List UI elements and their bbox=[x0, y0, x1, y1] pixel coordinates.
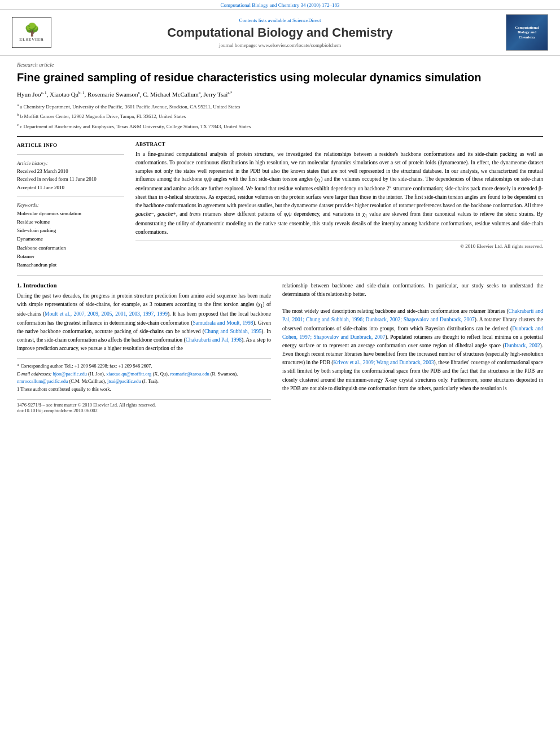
received-date: Received 23 March 2010 bbox=[17, 167, 124, 175]
article-title: Fine grained sampling of residue charact… bbox=[17, 70, 543, 85]
keyword-3: Side-chain packing bbox=[17, 226, 124, 235]
equal-contrib-note: 1 These authors contributed equally to t… bbox=[17, 386, 271, 394]
section1-left-text: During the past two decades, the progres… bbox=[17, 292, 271, 353]
abstract-title: ABSTRACT bbox=[135, 141, 543, 147]
revised-date: Received in revised form 11 June 2010 bbox=[17, 175, 124, 183]
affiliations: a a Chemistry Department, University of … bbox=[17, 102, 543, 131]
journal-homepage: journal homepage: www.elsevier.com/locat… bbox=[65, 42, 495, 48]
keyword-2: Residue volume bbox=[17, 218, 124, 226]
keyword-7: Ramachandran plot bbox=[17, 261, 124, 269]
section1-heading: 1. Introduction bbox=[17, 282, 271, 289]
affil-b: b b Moffitt Cancer Center, 12902 Magnoli… bbox=[17, 112, 543, 121]
body-divider bbox=[17, 276, 543, 276]
info-abstract-columns: ARTICLE INFO Article history: Received 2… bbox=[17, 136, 543, 269]
top-citation-bar: Computational Biology and Chemistry 34 (… bbox=[0, 0, 560, 10]
body-right-column: relationship between backbone and side-c… bbox=[282, 282, 543, 413]
elsevier-tree-icon: 🌳 bbox=[24, 24, 40, 36]
history-label: Article history: bbox=[17, 159, 124, 167]
footnotes: * Corresponding author. Tel.: +1 209 946… bbox=[17, 359, 271, 393]
journal-cover-logo: ComputationalBiology andChemistry bbox=[506, 14, 551, 51]
doi-line: doi:10.1016/j.compbiolchem.2010.06.002 bbox=[17, 408, 271, 413]
keyword-1: Molecular dynamics simulation bbox=[17, 209, 124, 218]
cover-title: ComputationalBiology andChemistry bbox=[515, 25, 539, 40]
keywords-label: Keywords: bbox=[17, 201, 124, 209]
journal-small-cover: ComputationalBiology andChemistry bbox=[506, 14, 548, 51]
section1-right-text: relationship between backbone and side-c… bbox=[282, 282, 543, 393]
keyword-5: Backbone conformation bbox=[17, 244, 124, 252]
corresponding-note: * Corresponding author. Tel.: +1 209 946… bbox=[17, 362, 271, 370]
journal-title: Computational Biology and Chemistry bbox=[65, 25, 495, 40]
keyword-6: Rotamer bbox=[17, 252, 124, 261]
body-left-column: 1. Introduction During the past two deca… bbox=[17, 282, 271, 413]
sciencedirect-label: Contents lists available at ScienceDirec… bbox=[65, 18, 495, 23]
elsevier-brand-text: ELSEVIER bbox=[19, 37, 43, 42]
main-content: Research article Fine grained sampling o… bbox=[0, 56, 560, 419]
article-info-title: ARTICLE INFO bbox=[17, 141, 124, 149]
accepted-date: Accepted 11 June 2010 bbox=[17, 184, 124, 191]
affil-c: c c Department of Biochemistry and Bioph… bbox=[17, 122, 543, 131]
body-columns: 1. Introduction During the past two deca… bbox=[17, 282, 543, 413]
abstract-text: In a fine-grained computational analysis… bbox=[135, 150, 543, 236]
footer-bar: 1476-9271/$ – see front matter © 2010 El… bbox=[17, 399, 271, 413]
keywords-section: Keywords: Molecular dynamics simulation … bbox=[17, 201, 124, 269]
abstract-column: ABSTRACT In a fine-grained computational… bbox=[135, 141, 543, 269]
elsevier-logo: 🌳 ELSEVIER bbox=[9, 17, 54, 48]
journal-header: 🌳 ELSEVIER Contents lists available at S… bbox=[0, 10, 560, 56]
article-info-box: ARTICLE INFO Article history: Received 2… bbox=[17, 141, 124, 269]
article-type: Research article bbox=[17, 62, 543, 68]
issn-line: 1476-9271/$ – see front matter © 2010 El… bbox=[17, 402, 271, 408]
citation-text: Computational Biology and Chemistry 34 (… bbox=[221, 2, 340, 8]
journal-header-center: Contents lists available at ScienceDirec… bbox=[54, 18, 506, 48]
keyword-4: Dynameome bbox=[17, 235, 124, 243]
elsevier-logo-box: 🌳 ELSEVIER bbox=[12, 17, 51, 48]
email-note: E-mail addresses: hjoo@pacific.edu (H. J… bbox=[17, 370, 271, 386]
authors-line: Hyun Jooa, 1, Xiaotao Qub, 1, Rosemarie … bbox=[17, 90, 543, 98]
copyright-line: © 2010 Elsevier Ltd. All rights reserved… bbox=[135, 241, 543, 249]
article-history: Article history: Received 23 March 2010 … bbox=[17, 159, 124, 192]
affil-a: a a Chemistry Department, University of … bbox=[17, 102, 543, 111]
article-info-column: ARTICLE INFO Article history: Received 2… bbox=[17, 141, 124, 269]
